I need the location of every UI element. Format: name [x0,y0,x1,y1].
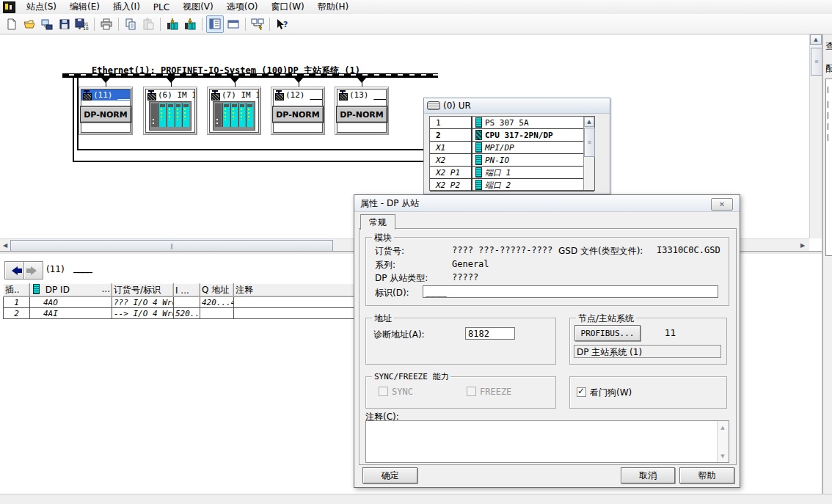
col-q-addr[interactable]: Q 地址 [200,284,234,297]
open-icon[interactable] [21,16,37,32]
designation-input[interactable]: ____ [423,285,718,298]
dp-slave-7[interactable]: (7) IM 15 [207,87,261,135]
upload-icon[interactable] [182,16,198,32]
device-title[interactable]: (12) ____ [274,90,322,101]
scroll-right-icon[interactable]: ▶ [798,240,808,250]
back-button[interactable] [4,261,24,280]
col-dp-id[interactable]: DP ID ... [30,284,112,297]
menu-edit[interactable]: 编辑(E) [63,0,106,15]
table-row[interactable]: 2 4AI --> I/O 4 Wrd 520...5 [4,308,409,319]
drop-triangle [101,77,111,83]
save-compile-icon[interactable]: 0110 [74,16,90,32]
menu-options[interactable]: 选项(O) [220,0,265,15]
col-i-addr[interactable]: I ... [174,284,200,297]
drop-triangle [357,77,367,83]
node-address-value: 11 [665,328,676,338]
dp-slave-6[interactable]: (6) IM 15 [143,87,197,135]
comment-scrollbar[interactable]: ▲ ▼ [717,421,729,462]
hardware-catalog-panel[interactable]: 查 配 [822,34,832,494]
download-icon[interactable] [164,16,180,32]
save-icon[interactable] [56,16,73,32]
scroll-up-icon[interactable]: ▲ [718,423,727,432]
col-order[interactable]: 订货号/标识 [112,284,174,297]
rack-window-titlebar[interactable]: (0) UR [424,98,610,114]
address-overview-icon[interactable] [225,16,241,32]
dp-norm-badge: DP-NORM [272,106,324,123]
catalog-toggle-icon[interactable] [206,15,224,33]
catalog-tree-sliver[interactable] [825,78,832,256]
module-chip-icon [475,167,482,178]
rack-row-x1[interactable]: X1 MPI/DP [430,142,594,154]
help-icon[interactable]: ? [274,16,290,32]
network-config-icon[interactable] [249,16,266,32]
module-chip-icon [475,180,482,190]
cancel-button[interactable]: 取消 [621,467,675,483]
watchdog-checkbox-box[interactable] [577,387,586,397]
tab-general[interactable]: 常规 [360,214,395,230]
comment-textarea[interactable]: ▲ ▼ [365,420,729,463]
menu-view[interactable]: 视图(V) [176,0,220,15]
menu-station[interactable]: 站点(S) [20,0,63,15]
device-title[interactable]: (11) ____ [81,90,130,101]
group-label: 模块 [372,232,394,244]
device-name: IM 15 [178,90,195,100]
diagnostic-address-input[interactable]: 8182 [465,327,515,340]
device-id: (7) [222,90,236,100]
dp-slave-12[interactable]: (12) ____ DP-NORM [271,87,325,135]
scroll-left-icon[interactable]: ◀ [0,240,10,250]
profibus-button[interactable]: PROFIBUS... [574,325,641,341]
profibus-button-label: PROFIBUS... [581,329,635,338]
et200-rack-image [149,101,191,131]
group-label: 地址 [372,313,394,325]
table-row[interactable]: 1 4AO ??? I/O 4 Wrd 420...42 [4,297,409,308]
device-name-blank: ____ [117,90,130,100]
properties-dp-slave-dialog[interactable]: 属性 - DP 从站 ✕ 常规 模块 订货号: ???? ???-?????-?… [354,194,740,488]
rack-window[interactable]: (0) UR 1 PS 307 5A 2 CPU 317-2PN/DP X1 M… [423,98,610,194]
toolbar: 0110 ? [0,14,832,34]
scrollbar-thumb[interactable]: ∥ [10,240,333,252]
device-title[interactable]: (6) IM 15 [146,90,194,101]
ok-button[interactable]: 确定 [362,467,417,483]
scroll-up-icon[interactable]: ▲ [584,117,594,127]
dp-slave-13[interactable]: (13) ____ DP-NORM [335,87,389,135]
dialog-titlebar[interactable]: 属性 - DP 从站 [354,195,740,212]
menu-window[interactable]: 窗口(W) [265,0,311,15]
forward-button[interactable] [23,261,43,280]
new-icon[interactable] [4,16,20,32]
rack-row-2[interactable]: 2 CPU 317-2PN/DP [430,129,594,142]
slave-type-label: DP 从站类型: [375,272,428,285]
bus-dashes [62,74,438,76]
connector-line [73,161,423,162]
scroll-down-icon[interactable]: ▼ [718,451,727,461]
scroll-up-icon[interactable]: ▲ [810,34,822,45]
device-title[interactable]: (13) ____ [337,90,386,101]
station-app-icon[interactable] [3,1,15,13]
dp-slave-11[interactable]: (11) ____ DP-NORM [79,87,133,135]
save-station-icon[interactable] [39,16,55,32]
device-name-blank: ____ [310,90,322,100]
device-id: (12) [285,90,305,100]
print-icon[interactable] [98,16,114,32]
module-chip-icon [475,142,482,153]
rack-row-x2p2[interactable]: X2 P2 端口 2 [430,179,594,191]
module-name: 端口 2 [485,180,511,191]
vertical-scrollbar[interactable]: ▲ ≡ [809,34,822,238]
rack-row-x2p1[interactable]: X2 P1 端口 1 [430,167,594,179]
col-slot[interactable]: 插.. [4,284,30,297]
menu-help[interactable]: 帮助(H) [311,0,355,15]
rack-scrollbar[interactable]: ▲ ≡ [583,117,594,190]
close-icon[interactable]: ✕ [711,198,733,211]
rack-row-x2[interactable]: X2 PN-IO [430,154,594,167]
copy-icon[interactable] [123,16,139,32]
menu-insert[interactable]: 插入(I) [106,0,147,15]
watchdog-checkbox[interactable]: 看门狗(W) [577,387,632,399]
rack-row-1[interactable]: 1 PS 307 5A [430,117,594,129]
device-title[interactable]: (7) IM 15 [210,90,258,101]
master-system-box: DP 主站系统 (1) [574,345,721,358]
cell-order: ??? I/O 4 Wrd [112,297,174,308]
scrollbar-thumb[interactable]: ≡ [584,128,595,157]
scrollbar-thumb[interactable]: ≡ [811,48,822,76]
profinet-dp-bus[interactable] [62,73,438,78]
help-button[interactable]: 帮助 [679,467,734,483]
menu-plc[interactable]: PLC [147,1,176,14]
